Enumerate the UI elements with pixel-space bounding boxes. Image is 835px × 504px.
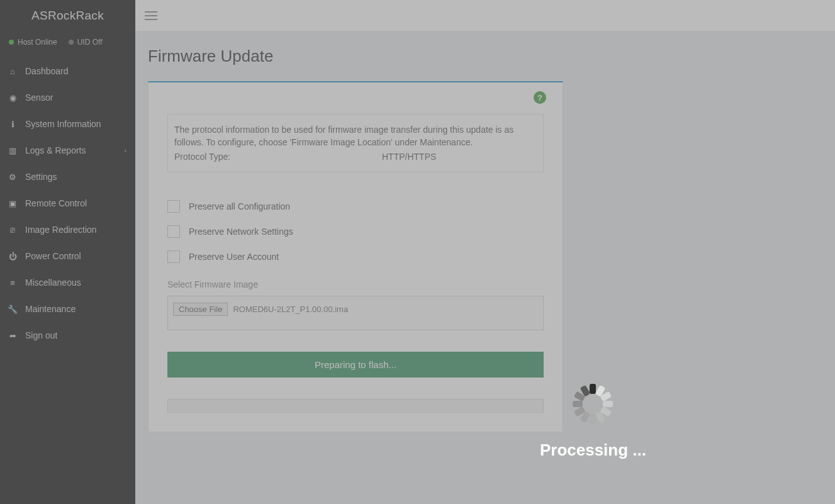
- host-status: Host Online: [9, 38, 57, 47]
- monitor-icon: ▣: [8, 198, 18, 208]
- burger-line-icon: [145, 15, 157, 16]
- checkbox-label: Preserve Network Settings: [189, 227, 293, 237]
- selected-file-name: ROMED6U-2L2T_P1.00.00.ima: [233, 305, 348, 314]
- preserve-all-configuration-checkbox[interactable]: Preserve all Configuration: [167, 200, 544, 213]
- sidebar-item-image-redirection[interactable]: ⎚ Image Redirection: [0, 216, 135, 243]
- checkbox-input[interactable]: [167, 225, 180, 238]
- gear-icon: ⚙: [8, 172, 18, 182]
- nav-label: Logs & Reports: [25, 145, 86, 155]
- sidebar-item-maintenance[interactable]: 🔧 Maintenance: [0, 296, 135, 322]
- checkbox-label: Preserve all Configuration: [189, 201, 290, 211]
- list-icon: ≡: [8, 277, 18, 288]
- start-flash-button[interactable]: Preparing to flash...: [167, 352, 544, 378]
- firmware-image-label: Select Firmware Image: [167, 279, 544, 289]
- chevron-right-icon: ›: [124, 147, 126, 154]
- firmware-image-input[interactable]: Choose File ROMED6U-2L2T_P1.00.00.ima: [167, 296, 544, 330]
- info-icon: ℹ: [8, 119, 18, 129]
- status-dot-off-icon: [69, 40, 74, 45]
- sidebar-item-system-information[interactable]: ℹ System Information: [0, 111, 135, 137]
- sidebar-item-power-control[interactable]: ⏻ Power Control: [0, 243, 135, 269]
- wrench-icon: 🔧: [8, 304, 18, 314]
- sidebar-item-remote-control[interactable]: ▣ Remote Control: [0, 190, 135, 216]
- main: Firmware Update ? The protocol informati…: [135, 31, 835, 447]
- uid-status: UID Off: [69, 38, 103, 47]
- sidebar-item-logs-reports[interactable]: ▥ Logs & Reports ›: [0, 137, 135, 164]
- status-row: Host Online UID Off: [0, 31, 135, 58]
- protocol-row: Protocol Type: HTTP/HTTPS: [174, 150, 537, 163]
- help-icon: ?: [534, 91, 546, 104]
- nav-label: Settings: [25, 172, 57, 182]
- page-title: Firmware Update: [148, 47, 822, 66]
- chart-icon: ▥: [8, 145, 18, 155]
- protocol-info-block: The protocol information to be used for …: [167, 114, 544, 172]
- checkbox-input[interactable]: [167, 250, 180, 263]
- preserve-options: Preserve all Configuration Preserve Netw…: [167, 200, 544, 263]
- menu-toggle-button[interactable]: [142, 6, 160, 25]
- gauge-icon: ◉: [8, 92, 18, 103]
- burger-line-icon: [145, 11, 157, 13]
- brand-logo: ASRockRack: [0, 0, 135, 31]
- host-status-label: Host Online: [18, 38, 57, 47]
- sidebar-item-sensor[interactable]: ◉ Sensor: [0, 84, 135, 111]
- nav-label: Power Control: [25, 251, 81, 261]
- choose-file-button[interactable]: Choose File: [173, 303, 228, 316]
- nav-label: Dashboard: [25, 66, 69, 76]
- nav-label: Sensor: [25, 92, 53, 103]
- burger-line-icon: [145, 19, 157, 20]
- topbar: [135, 0, 835, 31]
- checkbox-input[interactable]: [167, 200, 180, 213]
- nav-label: System Information: [25, 119, 101, 129]
- uid-status-label: UID Off: [77, 38, 103, 47]
- power-icon: ⏻: [8, 251, 18, 261]
- sidebar-item-settings[interactable]: ⚙ Settings: [0, 164, 135, 190]
- nav-label: Remote Control: [25, 198, 87, 208]
- protocol-type-label: Protocol Type:: [174, 150, 382, 163]
- preserve-network-settings-checkbox[interactable]: Preserve Network Settings: [167, 225, 544, 238]
- nav-label: Maintenance: [25, 304, 76, 314]
- sidebar-item-miscellaneous[interactable]: ≡ Miscellaneous: [0, 269, 135, 296]
- home-icon: ⌂: [8, 66, 18, 76]
- preserve-user-account-checkbox[interactable]: Preserve User Account: [167, 250, 544, 263]
- protocol-description: The protocol information to be used for …: [174, 123, 537, 149]
- firmware-update-card: ? The protocol information to be used fo…: [148, 81, 563, 432]
- sidebar: ASRockRack Host Online UID Off ⌂ Dashboa…: [0, 0, 135, 504]
- content: Firmware Update ? The protocol informati…: [135, 0, 835, 504]
- help-button[interactable]: ?: [534, 91, 546, 104]
- sidebar-item-dashboard[interactable]: ⌂ Dashboard: [0, 58, 135, 84]
- nav-label: Sign out: [25, 330, 57, 340]
- disk-icon: ⎚: [8, 225, 18, 235]
- signout-icon: ➦: [8, 330, 18, 340]
- progress-bar: [167, 399, 544, 413]
- checkbox-label: Preserve User Account: [189, 252, 279, 262]
- status-dot-online-icon: [9, 40, 14, 45]
- nav-label: Image Redirection: [25, 225, 97, 235]
- sidebar-item-signout[interactable]: ➦ Sign out: [0, 322, 135, 349]
- nav: ⌂ Dashboard ◉ Sensor ℹ System Informatio…: [0, 58, 135, 349]
- nav-label: Miscellaneous: [25, 277, 81, 288]
- protocol-type-value: HTTP/HTTPS: [382, 150, 436, 163]
